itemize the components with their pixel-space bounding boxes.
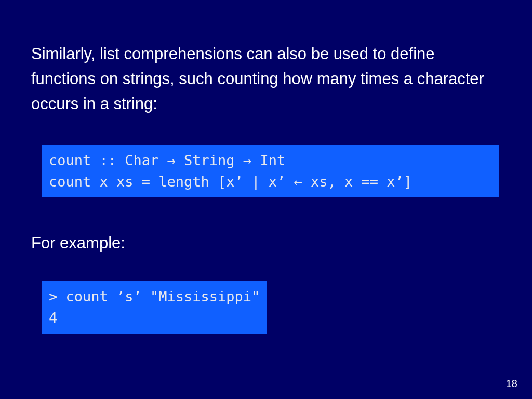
subheading: For example: — [31, 234, 501, 252]
slide: Similarly, list comprehensions can also … — [0, 0, 532, 399]
code-block-definition: count :: Char → String → Int count x xs … — [42, 145, 499, 197]
code-block-example: > count ’s’ "Mississippi" 4 — [42, 281, 267, 334]
code-line-1: count :: Char → String → Int — [49, 152, 285, 168]
page-number: 18 — [506, 378, 517, 390]
intro-text: Similarly, list comprehensions can also … — [31, 42, 499, 116]
code-example-line-1: > count ’s’ "Mississippi" — [49, 288, 260, 304]
code-line-2: count x xs = length [x’ | x’ ← xs, x == … — [49, 174, 412, 190]
code-example-line-2: 4 — [49, 310, 57, 326]
